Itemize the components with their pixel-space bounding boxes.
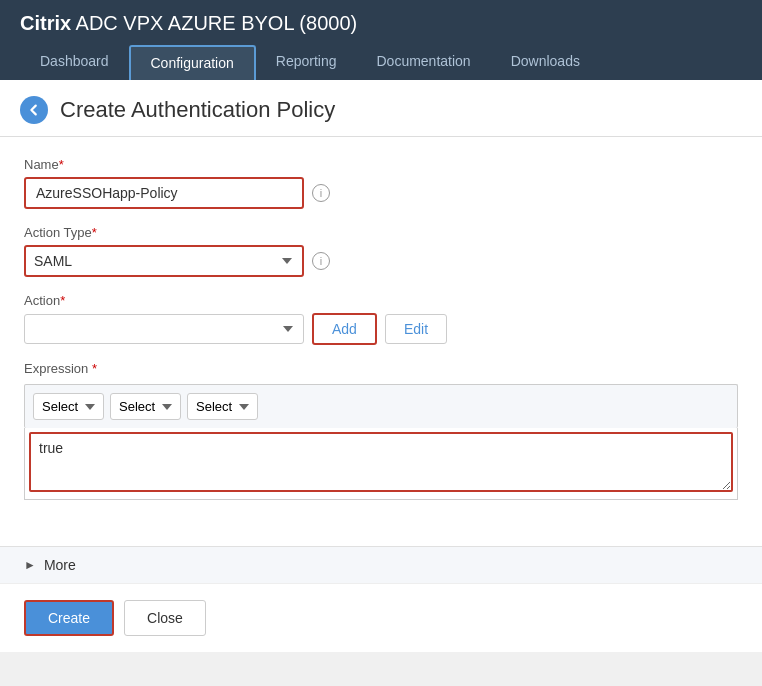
- expression-label: Expression *: [24, 361, 738, 376]
- app-subtitle: ADC VPX AZURE BYOL (8000): [76, 12, 358, 34]
- back-button[interactable]: [20, 96, 48, 124]
- nav-downloads[interactable]: Downloads: [491, 45, 600, 80]
- action-select[interactable]: [24, 314, 304, 344]
- expr-select-1[interactable]: Select: [33, 393, 104, 420]
- name-group: Name* i: [24, 157, 738, 209]
- brand-name: Citrix: [20, 12, 71, 34]
- header-title: Citrix ADC VPX AZURE BYOL (8000): [20, 12, 742, 45]
- create-button[interactable]: Create: [24, 600, 114, 636]
- page-header: Create Authentication Policy: [0, 80, 762, 137]
- expression-group: Expression * Select Select Select true: [24, 361, 738, 500]
- back-icon: [27, 103, 41, 117]
- header: Citrix ADC VPX AZURE BYOL (8000) Dashboa…: [0, 0, 762, 80]
- page-title: Create Authentication Policy: [60, 97, 335, 123]
- name-label: Name*: [24, 157, 738, 172]
- expression-textarea-wrap: true: [24, 428, 738, 500]
- expr-select-2[interactable]: Select: [110, 393, 181, 420]
- more-section: ► More: [0, 546, 762, 583]
- form-area: Name* i Action Type* SAML i Action*: [0, 137, 762, 536]
- nav-dashboard[interactable]: Dashboard: [20, 45, 129, 80]
- expression-selects: Select Select Select: [24, 384, 738, 428]
- nav-configuration[interactable]: Configuration: [129, 45, 256, 80]
- expr-select-3[interactable]: Select: [187, 393, 258, 420]
- action-type-info-icon: i: [312, 252, 330, 270]
- main-content: Create Authentication Policy Name* i Act…: [0, 80, 762, 652]
- nav-documentation[interactable]: Documentation: [356, 45, 490, 80]
- add-button[interactable]: Add: [312, 313, 377, 345]
- action-type-group: Action Type* SAML i: [24, 225, 738, 277]
- action-label: Action*: [24, 293, 738, 308]
- bottom-buttons: Create Close: [0, 583, 762, 652]
- action-row: Add Edit: [24, 313, 738, 345]
- more-label: More: [44, 557, 76, 573]
- edit-button[interactable]: Edit: [385, 314, 447, 344]
- main-nav: Dashboard Configuration Reporting Docume…: [20, 45, 742, 80]
- expression-textarea[interactable]: true: [29, 432, 733, 492]
- more-triangle-icon: ►: [24, 558, 36, 572]
- name-input[interactable]: [24, 177, 304, 209]
- more-toggle[interactable]: ► More: [24, 557, 738, 573]
- action-group: Action* Add Edit: [24, 293, 738, 345]
- action-type-label: Action Type*: [24, 225, 738, 240]
- nav-reporting[interactable]: Reporting: [256, 45, 357, 80]
- action-type-select[interactable]: SAML: [24, 245, 304, 277]
- close-button[interactable]: Close: [124, 600, 206, 636]
- name-info-icon: i: [312, 184, 330, 202]
